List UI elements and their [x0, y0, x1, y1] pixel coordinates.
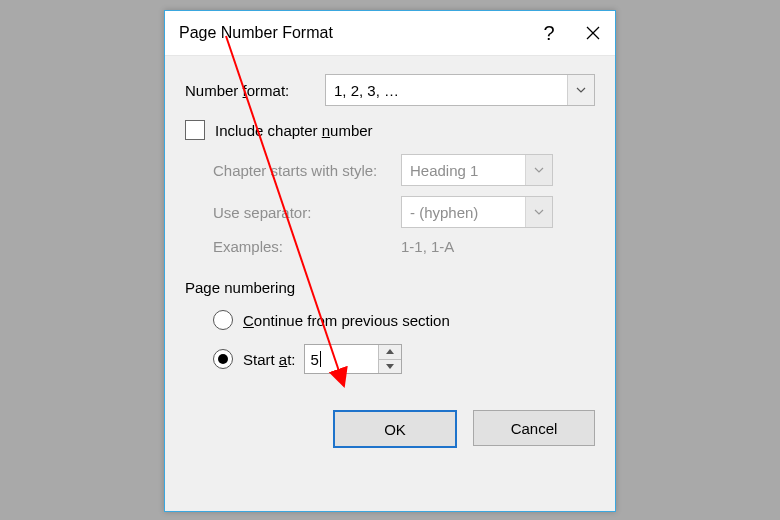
label-text: umber [330, 122, 373, 139]
chapter-starts-row: Chapter starts with style: Heading 1 [213, 154, 595, 186]
dialog-buttons: OK Cancel [165, 388, 615, 448]
label-accel: a [279, 351, 287, 368]
separator-label: Use separator: [213, 204, 401, 221]
label-accel: n [322, 122, 330, 139]
include-chapter-row: Include chapter number [185, 120, 595, 140]
label-text: Include chapter [215, 122, 322, 139]
dialog-body: Number format: 1, 2, 3, … Include chapte… [165, 56, 615, 374]
chapter-starts-value: Heading 1 [402, 155, 525, 185]
continue-label: Continue from previous section [243, 312, 450, 329]
radio-selected-icon [218, 354, 228, 364]
spinner-value-text: 5 [311, 351, 319, 368]
label-text: Number [185, 82, 243, 99]
examples-value: 1-1, 1-A [401, 238, 454, 255]
continue-radio[interactable] [213, 310, 233, 330]
start-at-radio[interactable] [213, 349, 233, 369]
examples-label: Examples: [213, 238, 401, 255]
chevron-down-icon [567, 75, 594, 105]
start-at-label: Start at: [243, 351, 296, 368]
close-icon [586, 26, 600, 40]
label-text: t: [287, 351, 295, 368]
cancel-button[interactable]: Cancel [473, 410, 595, 446]
svg-marker-3 [386, 364, 394, 369]
dialog-title: Page Number Format [179, 24, 527, 42]
svg-marker-2 [386, 349, 394, 354]
start-at-radio-row: Start at: 5 [185, 344, 595, 374]
number-format-label: Number format: [185, 82, 325, 99]
label-text: Start [243, 351, 279, 368]
label-accel: C [243, 312, 254, 329]
include-chapter-label: Include chapter number [215, 122, 373, 139]
chapter-starts-combobox: Heading 1 [401, 154, 553, 186]
page-number-format-dialog: Page Number Format ? Number format: 1, 2… [164, 10, 616, 512]
separator-row: Use separator: - (hyphen) [213, 196, 595, 228]
spinner-up-button[interactable] [379, 345, 401, 360]
label-text: ormat: [247, 82, 290, 99]
chevron-down-icon [525, 155, 552, 185]
spinner-buttons [378, 345, 401, 373]
number-format-value: 1, 2, 3, … [326, 75, 567, 105]
continue-radio-row: Continue from previous section [185, 310, 595, 330]
examples-row: Examples: 1-1, 1-A [213, 238, 595, 255]
chevron-down-icon [525, 197, 552, 227]
help-button[interactable]: ? [527, 11, 571, 55]
separator-value: - (hyphen) [402, 197, 525, 227]
ok-button[interactable]: OK [333, 410, 457, 448]
label-text: ontinue from previous section [254, 312, 450, 329]
number-format-combobox[interactable]: 1, 2, 3, … [325, 74, 595, 106]
spinner-down-button[interactable] [379, 360, 401, 374]
titlebar: Page Number Format ? [165, 11, 615, 56]
text-caret [320, 351, 321, 367]
include-chapter-checkbox[interactable] [185, 120, 205, 140]
close-button[interactable] [571, 11, 615, 55]
chapter-starts-label: Chapter starts with style: [213, 162, 401, 179]
start-at-spinner[interactable]: 5 [304, 344, 402, 374]
separator-combobox: - (hyphen) [401, 196, 553, 228]
number-format-row: Number format: 1, 2, 3, … [185, 74, 595, 106]
start-at-value[interactable]: 5 [305, 345, 378, 373]
chapter-options-group: Chapter starts with style: Heading 1 Use… [185, 154, 595, 255]
page-numbering-header: Page numbering [185, 279, 595, 296]
